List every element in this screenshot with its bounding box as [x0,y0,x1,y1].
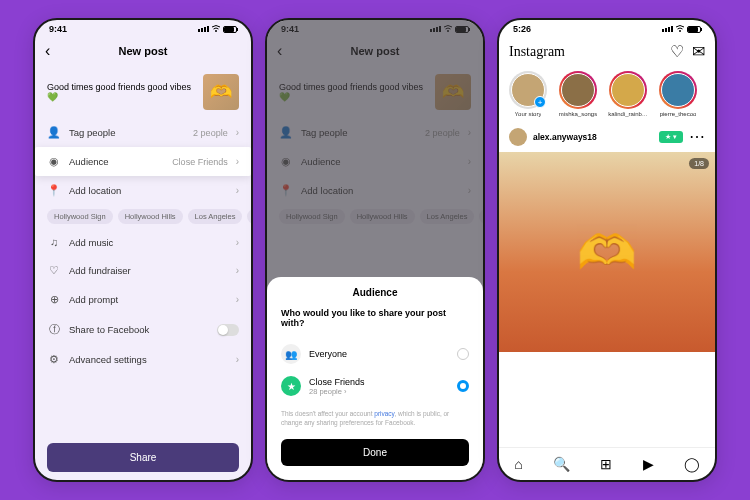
star-icon: ★ [281,376,301,396]
chevron-right-icon: › [236,294,239,305]
location-chip[interactable]: Hollywood Hills [118,209,183,224]
header: ‹ New post [35,36,251,66]
story-your-story[interactable]: + Your story [507,71,549,117]
chevron-right-icon: › [236,265,239,276]
more-icon[interactable]: ⋯ [689,127,705,146]
home-tab-icon[interactable]: ⌂ [514,456,522,472]
facebook-toggle[interactable] [217,324,239,336]
story-item[interactable]: pierre_thecoo [657,71,699,117]
eye-icon: ◉ [47,155,61,168]
close-friends-badge[interactable]: ★ ▾ [659,131,683,143]
phone-feed: 5:26 Instagram ♡ ✉ + Your story mishka_s… [497,18,717,482]
status-icons [198,25,237,33]
chevron-right-icon: › [236,156,239,167]
heart-icon: ♡ [47,264,61,277]
wifi-icon [211,25,221,33]
wifi-icon [675,25,685,33]
sheet-note: This doesn't affect your account privacy… [281,410,469,427]
fundraiser-row[interactable]: ♡ Add fundraiser › [35,256,251,285]
facebook-icon: ⓕ [47,322,61,337]
person-icon: 👤 [47,126,61,139]
signal-icon [662,26,673,32]
story-item[interactable]: mishka_songs [557,71,599,117]
profile-tab-icon[interactable]: ◯ [684,456,700,472]
share-facebook-row[interactable]: ⓕ Share to Facebook [35,314,251,345]
svg-point-0 [215,30,217,32]
post-image[interactable]: 1/8 🫶 [499,152,715,352]
chevron-right-icon: › [236,127,239,138]
audience-sheet: Audience Who would you like to share you… [267,277,483,480]
tab-bar: ⌂ 🔍 ⊞ ▶ ◯ [499,447,715,480]
prompt-row[interactable]: ⊕ Add prompt › [35,285,251,314]
stories-row[interactable]: + Your story mishka_songs kalindi_rainb…… [499,67,715,121]
post-avatar[interactable] [509,128,527,146]
option-close-friends[interactable]: ★ Close Friends 28 people › [281,370,469,402]
story-item[interactable]: kalindi_rainb… [607,71,649,117]
plus-circle-icon: ⊕ [47,293,61,306]
messenger-icon[interactable]: ✉ [692,42,705,61]
reels-tab-icon[interactable]: ▶ [643,456,654,472]
sheet-title: Audience [281,287,469,298]
chevron-right-icon: › [236,185,239,196]
create-tab-icon[interactable]: ⊞ [600,456,612,472]
status-bar: 5:26 [499,20,715,36]
privacy-link[interactable]: privacy [374,410,394,417]
music-icon: ♫ [47,236,61,248]
chevron-right-icon: › [236,237,239,248]
location-chip[interactable]: Hollywood Sign [47,209,113,224]
location-chip[interactable]: R [247,209,251,224]
plus-icon: + [534,96,546,108]
feed-header: Instagram ♡ ✉ [499,36,715,67]
music-row[interactable]: ♫ Add music › [35,228,251,256]
caption-text[interactable]: Good times good friends good vibes 💚 [47,82,195,102]
option-everyone[interactable]: 👥 Everyone [281,338,469,370]
radio-selected[interactable] [457,380,469,392]
radio-unselected[interactable] [457,348,469,360]
done-button[interactable]: Done [281,439,469,466]
share-button[interactable]: Share [47,443,239,472]
pin-icon: 📍 [47,184,61,197]
chevron-right-icon: › [236,354,239,365]
status-bar: 9:41 [35,20,251,36]
advanced-row[interactable]: ⚙ Advanced settings › [35,345,251,374]
location-chips: Hollywood Sign Hollywood Hills Los Angel… [35,205,251,228]
post-header: alex.anyways18 ★ ▾ ⋯ [499,121,715,152]
location-row[interactable]: 📍 Add location › [35,176,251,205]
phone-audience-sheet: 9:41 ‹ New post Good times good friends … [265,18,485,482]
search-tab-icon[interactable]: 🔍 [553,456,570,472]
chevron-right-icon[interactable]: › [344,387,347,396]
caption-row[interactable]: Good times good friends good vibes 💚 🫶 [35,66,251,118]
location-chip[interactable]: Los Angeles [188,209,243,224]
post-thumbnail[interactable]: 🫶 [203,74,239,110]
battery-icon [687,26,701,33]
gear-icon: ⚙ [47,353,61,366]
phone-new-post: 9:41 ‹ New post Good times good friends … [33,18,253,482]
tag-people-row[interactable]: 👤 Tag people 2 people › [35,118,251,147]
status-time: 5:26 [513,24,531,34]
status-time: 9:41 [49,24,67,34]
people-icon: 👥 [281,344,301,364]
battery-icon [223,26,237,33]
svg-point-2 [679,30,681,32]
post-username[interactable]: alex.anyways18 [533,132,653,142]
audience-row[interactable]: ◉ Audience Close Friends › [35,147,251,176]
signal-icon [198,26,209,32]
heart-icon[interactable]: ♡ [670,42,684,61]
sheet-question: Who would you like to share your post wi… [281,308,469,328]
instagram-logo[interactable]: Instagram [509,44,662,60]
image-counter: 1/8 [689,158,709,169]
page-title: New post [35,45,251,57]
